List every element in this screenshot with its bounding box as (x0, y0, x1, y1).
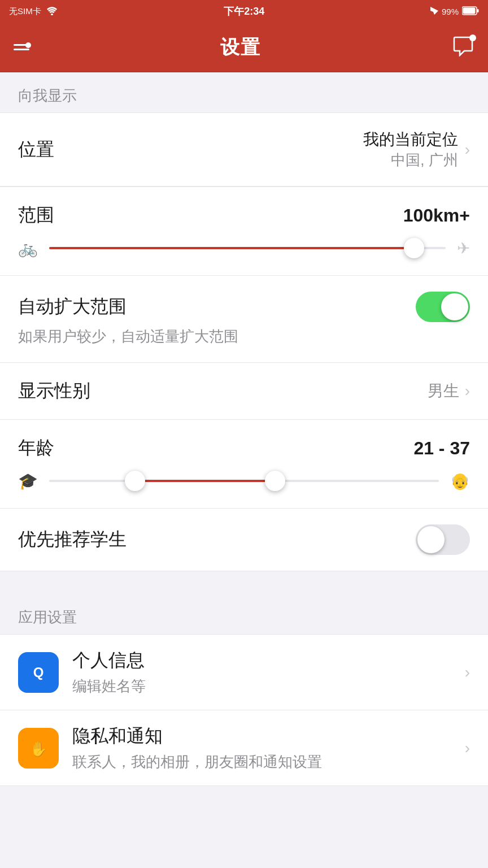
personal-info-title: 个人信息 (72, 648, 465, 673)
personal-info-item[interactable]: Q 个人信息 编辑姓名等 › (0, 634, 488, 710)
personal-info-chevron: › (465, 663, 470, 682)
age-label: 年龄 (18, 436, 54, 461)
plane-icon: ✈ (457, 239, 470, 258)
age-track (49, 480, 439, 482)
range-section: 范围 100km+ 🚲 ✈ (0, 186, 488, 276)
age-header: 年龄 21 - 37 (18, 420, 470, 470)
auto-expand-row: 自动扩大范围 如果用户较少，自动适量扩大范围 (0, 276, 488, 363)
location-arrow-icon (430, 7, 438, 16)
range-value: 100km+ (403, 205, 470, 226)
chat-button[interactable] (452, 36, 474, 59)
range-label: 范围 (18, 203, 54, 228)
age-slider[interactable] (49, 470, 439, 492)
elder-icon: 👴 (450, 472, 470, 491)
wifi-icon (46, 6, 58, 17)
svg-rect-3 (477, 9, 478, 12)
menu-button[interactable] (14, 44, 29, 50)
range-header: 范围 100km+ (18, 187, 470, 237)
svg-rect-2 (463, 7, 475, 14)
location-main-text: 我的当前定位 (363, 129, 458, 150)
priority-student-label: 优先推荐学生 (18, 527, 127, 552)
gender-chevron: › (465, 382, 470, 400)
auto-expand-sublabel: 如果用户较少，自动适量扩大范围 (18, 327, 470, 346)
auto-expand-toggle-thumb (441, 293, 468, 320)
personal-info-subtitle: 编辑姓名等 (72, 676, 465, 696)
location-chevron: › (465, 141, 470, 159)
range-slider[interactable] (49, 237, 446, 259)
auto-expand-toggle[interactable] (416, 292, 470, 322)
gender-value-container: 男生 › (428, 380, 470, 402)
nav-bar: 设置 (0, 23, 488, 72)
no-sim-text: 无SIM卡 (9, 6, 41, 17)
range-slider-row: 🚲 ✈ (18, 237, 470, 259)
section-separator-1 (0, 571, 488, 594)
priority-student-toggle-thumb (417, 526, 445, 553)
svg-text:✋: ✋ (29, 740, 48, 758)
privacy-notify-item[interactable]: ✋ 隐私和通知 联系人，我的相册，朋友圈和通知设置 › (0, 710, 488, 786)
range-thumb[interactable] (404, 238, 424, 258)
gender-label: 显示性别 (18, 379, 90, 403)
location-value-container: 我的当前定位 中国, 广州 › (363, 129, 470, 170)
status-left: 无SIM卡 (9, 6, 58, 17)
app-settings-header: 应用设置 (0, 594, 488, 634)
privacy-notify-title: 隐私和通知 (72, 724, 465, 749)
status-time: 下午2:34 (224, 5, 264, 18)
age-value: 21 - 37 (413, 438, 470, 459)
chat-badge (469, 34, 476, 41)
priority-student-row: 优先推荐学生 (0, 509, 488, 571)
personal-info-icon: Q (18, 652, 59, 693)
location-value: 我的当前定位 中国, 广州 (363, 129, 458, 170)
status-right: 99% (430, 6, 479, 17)
privacy-notify-content: 隐私和通知 联系人，我的相册，朋友圈和通知设置 (72, 724, 465, 772)
priority-student-toggle[interactable] (416, 524, 470, 555)
privacy-notify-icon: ✋ (18, 728, 59, 769)
svg-text:Q: Q (33, 665, 44, 680)
page-title: 设置 (220, 34, 261, 60)
auto-expand-label: 自动扩大范围 (18, 294, 127, 319)
menu-badge (25, 42, 31, 48)
location-sub-text: 中国, 广州 (363, 150, 458, 170)
status-bar: 无SIM卡 下午2:34 99% (0, 0, 488, 23)
privacy-notify-chevron: › (465, 739, 470, 757)
age-fill (135, 480, 275, 482)
bike-icon: 🚲 (18, 239, 38, 258)
age-thumb-right[interactable] (265, 471, 285, 491)
range-track (49, 247, 446, 249)
location-label: 位置 (18, 137, 54, 162)
gender-row[interactable]: 显示性别 男生 › (0, 363, 488, 420)
battery-percent: 99% (442, 7, 459, 16)
gender-value: 男生 (428, 380, 459, 402)
battery-icon (462, 6, 479, 17)
range-fill (49, 247, 414, 249)
privacy-notify-subtitle: 联系人，我的相册，朋友圈和通知设置 (72, 752, 465, 772)
auto-expand-header: 自动扩大范围 (18, 292, 470, 322)
personal-info-content: 个人信息 编辑姓名等 (72, 648, 465, 696)
show-me-header: 向我显示 (0, 72, 488, 112)
location-row[interactable]: 位置 我的当前定位 中国, 广州 › (0, 112, 488, 186)
age-slider-row: 🎓 👴 (18, 470, 470, 492)
graduation-icon: 🎓 (18, 472, 38, 491)
age-thumb-left[interactable] (125, 471, 145, 491)
svg-point-0 (51, 13, 53, 15)
age-section: 年龄 21 - 37 🎓 👴 (0, 420, 488, 509)
